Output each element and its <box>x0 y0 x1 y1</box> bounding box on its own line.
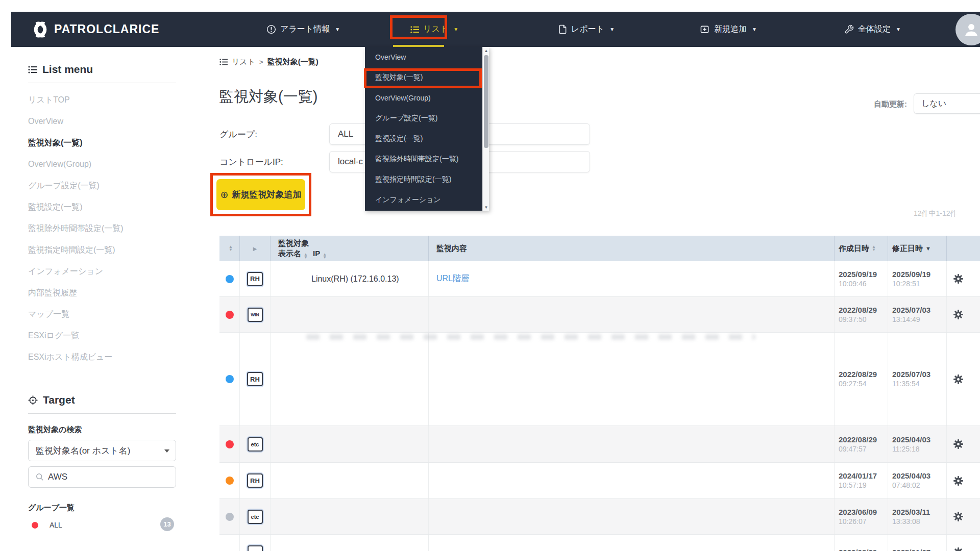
dropdown-menu-item[interactable]: OverView <box>365 47 489 67</box>
group-list-item[interactable]: ALL 13 <box>32 521 176 529</box>
breadcrumb-separator: > <box>259 58 263 66</box>
sidebar-menu-item[interactable]: グループ設定(一覧) <box>11 175 176 196</box>
gear-icon[interactable] <box>953 273 964 284</box>
gear-icon[interactable] <box>953 374 964 385</box>
target-search-type-select[interactable]: 監視対象名(or ホスト名) <box>28 440 176 461</box>
header-ip[interactable]: IP <box>313 249 320 258</box>
header-modified[interactable]: 修正日時▼ <box>888 236 947 261</box>
gear-icon[interactable] <box>953 547 964 551</box>
modified-cell: 2025/01/07 <box>888 535 947 551</box>
table-row[interactable]: RH 2022/08/2909:27:54 2025/07/0311:35:54 <box>219 333 980 426</box>
breadcrumb-root[interactable]: リスト <box>232 57 255 67</box>
table-row[interactable]: RH Linux(RH) (172.16.0.13) URL階層 2025/09… <box>219 261 980 297</box>
sidebar-menu-item[interactable]: OverView <box>11 111 176 132</box>
nav-item-add-new[interactable]: 新規追加 ▼ <box>700 12 757 47</box>
sidebar-menu-item[interactable]: 監視対象(一覧) <box>11 132 176 154</box>
chevron-down-icon <box>164 449 169 453</box>
header-target-line1: 監視対象 <box>278 238 327 248</box>
sort-icon: ▲▼ <box>872 245 876 252</box>
header-actions <box>947 236 980 261</box>
sidebar-menu-item[interactable]: ESXiホスト構成ビュー <box>11 346 176 368</box>
dropdown-menu-item[interactable]: グループ設定(一覧) <box>365 108 489 129</box>
redacted-content-smudge <box>306 334 755 340</box>
sidebar-menu-item[interactable]: OverView(Group) <box>11 154 176 175</box>
chevron-down-icon: ▼ <box>335 27 340 32</box>
nav-item-alerts[interactable]: アラート情報 ▼ <box>266 12 340 47</box>
gear-icon[interactable] <box>953 475 964 486</box>
table-row[interactable]: etc 2022/08/2909:47:57 2025/04/0311:25:1… <box>219 426 980 463</box>
divider <box>28 413 176 414</box>
gear-icon[interactable] <box>953 511 964 522</box>
brand-name: PATROLCLARICE <box>54 22 159 36</box>
scroll-down-icon[interactable]: ▼ <box>483 204 489 211</box>
scroll-up-icon[interactable]: ▲ <box>483 47 489 54</box>
dropdown-menu-item[interactable]: インフォメーション <box>365 190 489 210</box>
header-content[interactable]: 監視内容 <box>429 236 835 261</box>
sidebar-menu-item[interactable]: 監視設定(一覧) <box>11 196 176 218</box>
list-dropdown-menu: OverView監視対象(一覧)OverView(Group)グループ設定(一覧… <box>365 47 489 211</box>
report-icon <box>558 24 567 34</box>
created-cell: 2022/08/29 <box>835 535 888 551</box>
brand-logo[interactable]: PATROLCLARICE <box>31 12 159 47</box>
sidebar-menu-item[interactable]: 監視指定時間設定(一覧) <box>11 239 176 261</box>
status-dot-red <box>32 522 38 529</box>
dropdown-menu-item[interactable]: 監視指定時間設定(一覧) <box>365 169 489 190</box>
actions-cell <box>947 463 980 498</box>
modified-cell: 2025/09/1910:28:51 <box>888 261 947 296</box>
page-title: 監視対象(一覧) <box>219 87 317 107</box>
os-badge-cell: WIN <box>240 297 271 332</box>
sidebar-menu-item[interactable]: 内部監視履歴 <box>11 282 176 304</box>
sort-icon[interactable]: ▲▼ <box>304 253 308 259</box>
dropdown-menu-item[interactable]: 監視設定(一覧) <box>365 129 489 149</box>
nav-item-label: レポート <box>571 24 604 35</box>
list-menu-title-text: List menu <box>42 63 93 76</box>
header-expand[interactable]: ▶ <box>240 236 271 261</box>
os-badge: WIN <box>248 308 263 322</box>
nav-item-list[interactable]: リスト ▼ <box>410 12 458 47</box>
target-name-cell <box>271 535 429 551</box>
header-display-name[interactable]: 表示名 <box>278 249 301 258</box>
auto-refresh-select[interactable]: しない <box>914 93 980 114</box>
gear-icon[interactable] <box>953 439 964 449</box>
status-cell <box>219 535 240 551</box>
dropdown-menu-item[interactable]: 監視除外時間帯設定(一覧) <box>365 149 489 169</box>
sort-icon: ▲▼ <box>229 245 233 252</box>
target-search-input[interactable]: AWS <box>28 466 176 488</box>
nav-item-global-settings[interactable]: 全体設定 ▼ <box>844 12 901 47</box>
sidebar-menu-item[interactable]: 監視除外時間帯設定(一覧) <box>11 218 176 239</box>
add-target-button[interactable]: ⊕ 新規監視対象追加 <box>216 179 305 210</box>
list-icon <box>219 58 228 66</box>
target-panel: Target 監視対象の検索 監視対象名(or ホスト名) AWS グループ一覧… <box>11 394 176 529</box>
monitor-content-cell <box>429 535 835 551</box>
created-cell: 2022/08/2909:47:57 <box>835 426 888 462</box>
nav-item-report[interactable]: レポート ▼ <box>558 12 615 47</box>
table-row[interactable]: RH 2024/01/1710:57:19 2025/04/0307:48:02 <box>219 463 980 499</box>
table-row[interactable]: 2022/08/29 2025/01/07 <box>219 535 980 551</box>
header-target[interactable]: 監視対象 表示名▲▼ IP▲▼ <box>271 236 429 261</box>
created-cell: 2025/09/1910:09:46 <box>835 261 888 296</box>
sidebar-menu-item[interactable]: マップ一覧 <box>11 304 176 325</box>
scrollbar-thumb[interactable] <box>484 55 488 148</box>
chevron-down-icon: ▼ <box>609 27 615 32</box>
table-row[interactable]: etc 2023/06/0910:26:07 2025/03/1113:33:0… <box>219 499 980 535</box>
sidebar-menu-item[interactable]: ESXiログ一覧 <box>11 325 176 346</box>
table-row[interactable]: WIN 2022/08/2909:37:50 2025/07/0313:14:4… <box>219 297 980 333</box>
dropdown-scrollbar[interactable]: ▲ ▼ <box>482 47 489 211</box>
status-dot <box>226 548 234 551</box>
header-created[interactable]: 作成日時▲▼ <box>835 236 888 261</box>
control-ip-filter-label: コントロールIP: <box>219 156 283 168</box>
sidebar-menu-item[interactable]: インフォメーション <box>11 261 176 282</box>
gear-icon[interactable] <box>953 309 964 320</box>
top-navbar: PATROLCLARICE アラート情報 ▼ リスト ▼ レポート ▼ <box>11 12 980 47</box>
group-filter-label: グループ: <box>219 129 257 140</box>
user-avatar[interactable] <box>955 14 980 45</box>
dropdown-menu-item[interactable]: 監視対象(一覧) <box>365 67 489 88</box>
actions-cell <box>947 499 980 534</box>
os-badge: etc <box>248 437 263 452</box>
group-name: ALL <box>50 521 62 529</box>
sidebar-menu-item[interactable]: リストTOP <box>11 89 176 111</box>
header-sort-all[interactable]: ▲▼ <box>219 236 240 261</box>
monitor-content-link[interactable]: URL階層 <box>436 273 469 284</box>
dropdown-menu-item[interactable]: OverView(Group) <box>365 88 489 108</box>
sort-icon[interactable]: ▲▼ <box>323 253 327 259</box>
